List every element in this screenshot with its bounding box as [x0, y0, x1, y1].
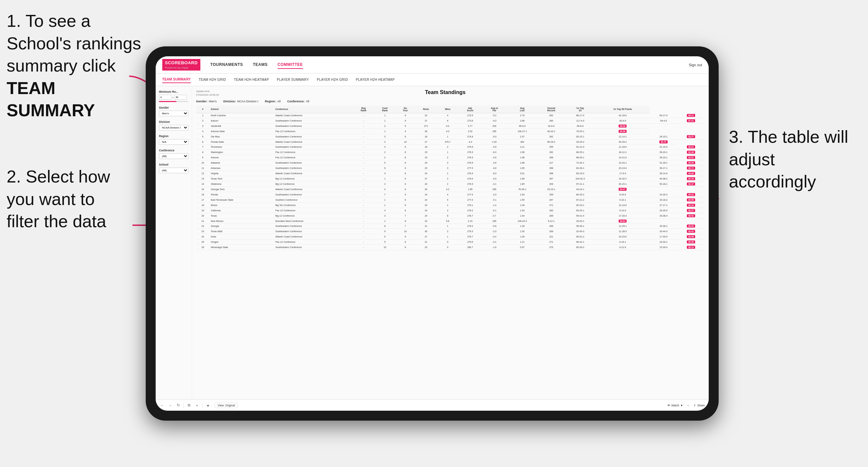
- cell-data: 86-25-1: [565, 150, 595, 155]
- table-row: 23Texas A&MSoutheastern Conference-91030…: [196, 229, 705, 234]
- cell-data: 17-9-0: [595, 171, 650, 176]
- cell-data: -2.0: [482, 229, 507, 234]
- cell-data: 2.15: [459, 218, 482, 224]
- cell-data: 18-12-1: [595, 150, 650, 155]
- cell-data: 273.5: [459, 113, 482, 118]
- forward-icon[interactable]: →: [167, 403, 173, 408]
- cell-data: 31-19-0: [650, 145, 677, 150]
- cell-data: 82-23-1: [565, 203, 595, 208]
- nav-teams[interactable]: TEAMS: [253, 61, 268, 69]
- watch-button[interactable]: 👁 Watch ▼: [667, 404, 683, 407]
- nav-committee[interactable]: COMMITTEE: [278, 61, 303, 69]
- add-icon[interactable]: +: [194, 403, 200, 408]
- cell-data: 6: [437, 118, 459, 124]
- logo-text: SCOREBOARD: [165, 60, 198, 65]
- tab-player-summary[interactable]: PLAYER SUMMARY: [277, 76, 309, 83]
- share-button[interactable]: ⇧ Share: [693, 404, 705, 407]
- cell-data: 117-4-0: [565, 118, 595, 124]
- table-row: 15Georgia TechAtlantic Coast Conference-…: [196, 187, 705, 192]
- refresh-icon[interactable]: ↻: [176, 403, 181, 408]
- filter-region-select[interactable]: N/A: [159, 139, 188, 145]
- cell-school: Texas A&M: [210, 229, 274, 234]
- cell-data: 9-14-0: [595, 208, 650, 213]
- cell-data: 1.85: [507, 176, 537, 182]
- cell-data: 23-23-1: [537, 187, 565, 192]
- cell-data: 209: [537, 182, 565, 187]
- cell-rank: 15: [196, 187, 210, 192]
- cell-data: 86.58: [595, 124, 650, 129]
- filter-division-label: Division: [159, 120, 188, 124]
- cell-data: -: [353, 182, 374, 187]
- cell-data: 29-25-0: [650, 208, 677, 213]
- table-row: 19CaliforniaPac-12 Conference-48242278.2…: [196, 208, 705, 213]
- cell-school: Auburn: [210, 118, 274, 124]
- table-row: 5Ole MissSoutheastern Conference-3618127…: [196, 134, 705, 139]
- filter-division-select[interactable]: NCAA Division I: [159, 125, 188, 130]
- view-original-button[interactable]: View: Original: [215, 403, 238, 408]
- filter-summary-row: Gender: Men's Division: NCAA Division I …: [196, 100, 705, 103]
- cell-data: 80.82: [677, 171, 705, 176]
- cell-data: 3.01: [507, 171, 537, 176]
- cell-data: 44-24-1: [565, 187, 595, 192]
- cell-school: Oregon: [210, 240, 274, 245]
- cell-school: East Tennessee State: [210, 197, 274, 203]
- cell-data: 80.42: [677, 229, 705, 234]
- filter-rank-slider[interactable]: [159, 101, 188, 102]
- cell-data: 8: [396, 245, 415, 250]
- cell-data: 217: [537, 160, 565, 165]
- filter-rank-to[interactable]: [174, 95, 187, 100]
- cell-data: 2: [437, 145, 459, 150]
- cell-rank: 10: [196, 160, 210, 165]
- cell-data: 82.27: [677, 208, 705, 213]
- tab-player-h2h-heatmap[interactable]: PLAYER H2H HEATMAP: [356, 76, 395, 83]
- table-row: 1North CarolinaAtlantic Coast Conference…: [196, 113, 705, 118]
- cell-data: 87.21: [677, 118, 705, 124]
- cell-conference: Southeastern Conference: [274, 229, 353, 234]
- cell-data: 1.98: [507, 150, 537, 155]
- tab-team-h2h-grid[interactable]: TEAM H2H GRID: [199, 76, 226, 83]
- cell-school: Texas: [210, 213, 274, 218]
- tab-player-h2h-grid[interactable]: PLAYER H2H GRID: [317, 76, 348, 83]
- col-adj-score: Adj.Score: [459, 106, 482, 113]
- cell-data: 3: [374, 213, 396, 218]
- resize-icon[interactable]: ↔: [685, 403, 691, 408]
- cell-data: 1: [374, 113, 396, 118]
- cell-data: 3: [437, 160, 459, 165]
- filter-school-select[interactable]: (All): [159, 167, 188, 173]
- main-content: Minimum Ro... – Gender Men's: [156, 86, 709, 399]
- copy-icon[interactable]: ⧉: [186, 403, 192, 408]
- clock-icon[interactable]: ●: [205, 403, 211, 408]
- nav-tournaments[interactable]: TOURNAMENTS: [210, 61, 243, 69]
- cell-data: 8: [396, 150, 415, 155]
- cell-data: 23: [415, 160, 437, 165]
- cell-data: -: [353, 245, 374, 250]
- tab-team-h2h-heatmap[interactable]: TEAM H2H HEATMAP: [234, 76, 269, 83]
- filter-min-rank-label: Minimum Ro...: [159, 90, 188, 93]
- cell-data: 258: [537, 192, 565, 197]
- sign-out[interactable]: Sign out: [689, 63, 702, 67]
- filter-rank-from[interactable]: [159, 95, 172, 100]
- col-conf-rank: ConfRank: [374, 106, 396, 113]
- cell-data: 35-14-0: [650, 171, 677, 176]
- filter-school-label: School: [159, 163, 188, 166]
- back-icon[interactable]: ←: [160, 403, 165, 408]
- cell-rank: 17: [196, 197, 210, 203]
- bottom-toolbar: ← → ↻ ⧉ + ● View: Original 👁 Watch ▼ ↔ ⇧…: [156, 399, 709, 411]
- cell-data: 6: [396, 145, 415, 150]
- filter-conference-select[interactable]: (All): [159, 153, 188, 159]
- cell-data: 17-33-4: [595, 213, 650, 218]
- cell-data: 4: [437, 192, 459, 197]
- cell-data: -: [353, 139, 374, 145]
- cell-data: 80.24: [677, 203, 705, 208]
- cell-rank: 2: [196, 118, 210, 124]
- cell-data: 7: [396, 213, 415, 218]
- filter-gender-select[interactable]: Men's: [159, 111, 188, 116]
- cell-data: 2: [437, 229, 459, 234]
- col-school: School: [210, 106, 274, 113]
- cell-data: 79-25-1: [565, 129, 595, 134]
- cell-data: 4: [374, 145, 396, 150]
- filter-group-division: Division NCAA Division I: [159, 120, 188, 130]
- cell-data: 4-21-0: [595, 245, 650, 250]
- tab-team-summary[interactable]: TEAM SUMMARY: [162, 76, 191, 83]
- cell-data: 264: [507, 139, 537, 145]
